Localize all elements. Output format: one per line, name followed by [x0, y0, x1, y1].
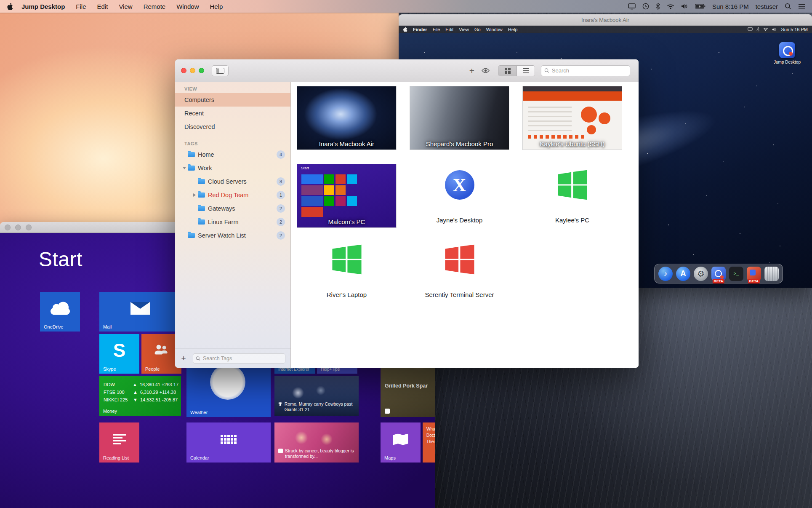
menu-bar-clock[interactable]: Sun 8:16 PM — [712, 3, 749, 10]
tile-mail[interactable]: Mail — [99, 292, 181, 332]
tag-gateways[interactable]: Gateways 2 — [175, 202, 290, 215]
remote-jump-desktop-shortcut[interactable]: Jump Desktop — [774, 42, 801, 64]
sidebar-item-discovered[interactable]: Discovered — [175, 120, 290, 134]
remote-menu-view[interactable]: View — [459, 27, 469, 32]
menu-view[interactable]: View — [119, 3, 132, 10]
menu-help[interactable]: Help — [210, 3, 223, 10]
jump-desktop-beta-dock-icon[interactable]: BETA — [711, 267, 726, 281]
tile-onedrive[interactable]: OneDrive — [40, 292, 80, 332]
window-toolbar[interactable]: + — [175, 59, 639, 82]
tile-calendar[interactable]: Calendar — [186, 422, 271, 463]
time-machine-icon[interactable] — [642, 3, 649, 10]
trash-dock-icon[interactable] — [764, 267, 779, 281]
tag-linux-farm[interactable]: Linux Farm 2 — [175, 215, 290, 229]
appstore-dock-icon[interactable]: A — [676, 267, 690, 281]
stars-graphic — [399, 33, 399, 34]
inactive-minimize-button[interactable] — [15, 225, 21, 230]
tile-maps[interactable]: Maps — [381, 422, 421, 463]
folder-icon — [188, 152, 195, 157]
zoom-button[interactable] — [199, 68, 204, 73]
tile-reading-list[interactable]: Reading List — [99, 422, 139, 463]
tag-cloud-servers[interactable]: Cloud Servers 8 — [175, 175, 290, 188]
add-tag-button[interactable]: + — [178, 354, 189, 363]
list-view-button[interactable] — [516, 66, 535, 76]
disclosure-closed-icon[interactable] — [193, 193, 196, 197]
inactive-close-button[interactable] — [5, 225, 11, 230]
menu-list-icon[interactable] — [798, 4, 805, 9]
computer-card-malcom[interactable]: Start Malcom's PC — [297, 164, 396, 227]
tile-label: Mail — [103, 324, 112, 329]
tile-news-sliver[interactable]: Wha Doct Thei — [423, 422, 435, 463]
tile-money[interactable]: DOW▲16,380.41 +263.17 FTSE 100▲6,310.29 … — [99, 376, 181, 416]
remote-window-titlebar[interactable]: Inara's Macbook Air — [399, 14, 812, 26]
remote-dock: ♪ A ⚙ BETA >_ BETA — [654, 264, 783, 283]
remote-menu-edit[interactable]: Edit — [445, 27, 453, 32]
menu-bar-user[interactable]: testuser — [756, 3, 778, 10]
search-input[interactable] — [552, 67, 630, 74]
inactive-zoom-button[interactable] — [26, 225, 32, 230]
volume-icon[interactable] — [681, 3, 688, 9]
computers-grid: Inara's Macbook Air Shepard's Macbook Pr… — [291, 82, 639, 368]
beta-app-dock-icon[interactable]: BETA — [747, 267, 761, 281]
terminal-dock-icon[interactable]: >_ — [729, 267, 743, 281]
menu-remote[interactable]: Remote — [144, 3, 166, 10]
tag-red-dog-team[interactable]: Red Dog Team 1 — [175, 188, 290, 202]
computer-card-serentiy[interactable]: Serentiy Terminal Server — [410, 239, 509, 298]
sidebar-toggle-button[interactable] — [212, 65, 229, 76]
disclosure-open-icon[interactable] — [183, 167, 186, 169]
sidebar-item-computers[interactable]: Computers — [175, 93, 290, 107]
preview-button[interactable] — [479, 65, 492, 76]
itunes-dock-icon[interactable]: ♪ — [658, 267, 673, 281]
add-computer-button[interactable]: + — [465, 65, 479, 76]
tag-home[interactable]: Home 4 — [175, 148, 290, 161]
computer-card-kaylee-ubuntu[interactable]: Kaylee's Ubuntu (SSH) — [523, 86, 622, 150]
beauty-caption: Struck by cancer, beauty blogger is tran… — [285, 448, 356, 460]
spotlight-search-icon[interactable] — [785, 3, 791, 10]
battery-charging-icon[interactable] — [695, 4, 706, 9]
remote-menu-window[interactable]: Window — [486, 27, 503, 32]
apple-menu-icon[interactable] — [7, 3, 13, 10]
remote-menu-file[interactable]: File — [433, 27, 440, 32]
app-menu-title[interactable]: Jump Desktop — [21, 3, 65, 10]
wifi-icon[interactable] — [667, 4, 674, 9]
remote-menu-go[interactable]: Go — [474, 27, 481, 32]
close-button[interactable] — [181, 68, 186, 73]
computer-card-river[interactable]: River's Laptop — [297, 239, 396, 298]
grid-view-button[interactable] — [498, 66, 516, 76]
computer-card-shepard[interactable]: Shepard's Macbook Pro — [410, 86, 509, 150]
tag-search-field[interactable] — [193, 353, 285, 364]
minimize-button[interactable] — [190, 68, 195, 73]
mini-tiles-graphic — [301, 174, 368, 217]
bluetooth-icon[interactable] — [756, 27, 759, 32]
computer-thumbnail: Inara's Macbook Air — [297, 86, 396, 150]
tile-label: Maps — [384, 455, 396, 460]
tile-beauty-news[interactable]: Struck by cancer, beauty blogger is tran… — [274, 422, 359, 463]
wifi-icon[interactable] — [763, 27, 768, 31]
tag-server-watch-list[interactable]: Server Watch List 2 — [175, 229, 290, 242]
search-tags-input[interactable] — [203, 356, 285, 361]
menu-window[interactable]: Window — [176, 3, 199, 10]
remote-clock[interactable]: Sun 5:16 PM — [781, 27, 808, 32]
menu-file[interactable]: File — [76, 3, 86, 10]
people-icon — [161, 346, 168, 353]
x11-icon: X — [445, 170, 474, 200]
computer-card-kaylee-pc[interactable]: Kaylee's PC — [523, 164, 622, 224]
remote-menu-help[interactable]: Help — [508, 27, 518, 32]
tile-label: Reading List — [103, 455, 129, 460]
remote-menu-finder[interactable]: Finder — [413, 27, 427, 32]
computer-card-inara[interactable]: Inara's Macbook Air — [297, 86, 396, 150]
sidebar-item-recent[interactable]: Recent — [175, 107, 290, 120]
toolbar-search-field[interactable] — [541, 65, 630, 76]
bluetooth-icon[interactable] — [656, 3, 660, 10]
apple-icon[interactable] — [403, 27, 407, 32]
folder-icon — [198, 219, 205, 225]
tile-sports-news[interactable]: Romo, Murray carry Cowboys past Giants 3… — [274, 376, 359, 416]
volume-icon[interactable] — [772, 27, 777, 32]
tile-skype[interactable]: S Skype — [99, 334, 139, 374]
tag-work[interactable]: Work — [175, 161, 290, 175]
system-preferences-dock-icon[interactable]: ⚙ — [694, 267, 708, 281]
display-icon[interactable] — [748, 27, 753, 31]
menu-edit[interactable]: Edit — [97, 3, 108, 10]
screen-sharing-icon[interactable] — [628, 3, 636, 10]
computer-card-jayne[interactable]: X Jayne's Desktop — [410, 164, 509, 224]
